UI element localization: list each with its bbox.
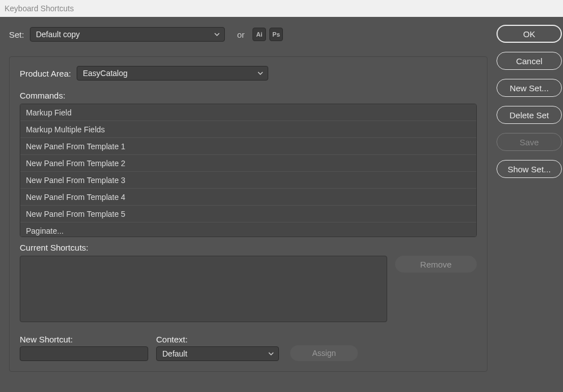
assign-button: Assign — [290, 345, 358, 361]
delete-set-button[interactable]: Delete Set — [496, 106, 562, 124]
new-shortcut-label: New Shortcut: — [20, 335, 148, 344]
window-title: Keyboard Shortcuts — [5, 4, 74, 13]
product-area-value: EasyCatalog — [83, 69, 127, 78]
current-shortcuts-label: Current Shortcuts: — [20, 243, 477, 252]
context-value: Default — [162, 349, 187, 358]
new-set-button[interactable]: New Set... — [496, 79, 562, 97]
titlebar: Keyboard Shortcuts — [0, 0, 563, 17]
command-item[interactable]: New Panel From Template 3 — [20, 172, 476, 189]
command-item[interactable]: Paginate... — [20, 222, 476, 237]
save-button: Save — [496, 133, 562, 151]
ok-button[interactable]: OK — [496, 25, 562, 43]
command-item[interactable]: New Panel From Template 1 — [20, 138, 476, 155]
current-shortcuts-box[interactable] — [20, 256, 387, 322]
cancel-button[interactable]: Cancel — [496, 52, 562, 70]
product-area-label: Product Area: — [20, 69, 71, 78]
photoshop-icon[interactable]: Ps — [269, 28, 283, 41]
chevron-down-icon — [258, 72, 263, 75]
product-area-dropdown[interactable]: EasyCatalog — [77, 66, 268, 81]
command-item[interactable]: New Panel From Template 2 — [20, 155, 476, 172]
command-item[interactable]: New Panel From Template 5 — [20, 206, 476, 222]
set-row: Set: Default copy or Ai Ps — [9, 27, 487, 42]
command-item[interactable]: Markup Multiple Fields — [20, 121, 476, 138]
new-shortcut-input[interactable] — [20, 346, 148, 361]
set-value: Default copy — [36, 30, 80, 39]
commands-label: Commands: — [20, 91, 477, 100]
commands-list[interactable]: Markup Field Markup Multiple Fields New … — [20, 104, 477, 237]
chevron-down-icon — [268, 352, 274, 355]
command-item[interactable]: Markup Field — [20, 104, 476, 121]
set-dropdown[interactable]: Default copy — [30, 27, 225, 42]
illustrator-icon[interactable]: Ai — [252, 28, 266, 41]
remove-button: Remove — [395, 256, 477, 273]
command-item[interactable]: New Panel From Template 4 — [20, 189, 476, 206]
right-button-column: OK Cancel New Set... Delete Set Save Sho… — [496, 25, 562, 372]
or-label: or — [237, 30, 245, 39]
context-dropdown[interactable]: Default — [156, 346, 279, 361]
context-label: Context: — [156, 335, 279, 344]
show-set-button[interactable]: Show Set... — [496, 160, 562, 178]
set-label: Set: — [9, 30, 24, 39]
chevron-down-icon — [214, 33, 220, 36]
main-panel: Product Area: EasyCatalog Commands: Mark… — [9, 56, 487, 372]
